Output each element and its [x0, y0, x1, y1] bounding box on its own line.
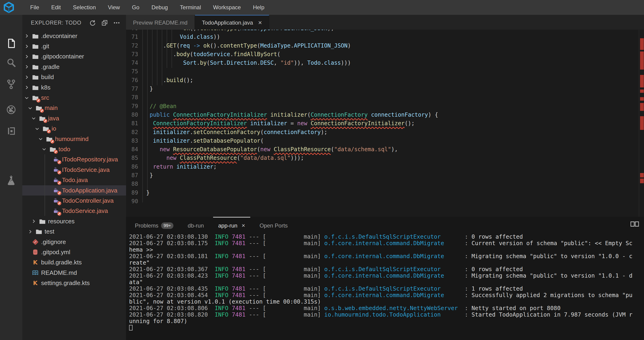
tree-item-TodoController.java[interactable]: TodoController.java	[22, 196, 126, 206]
tree-item-label: .git	[41, 43, 49, 50]
terminal-segment: io.humourmind.todo.TodoApplication	[324, 311, 441, 318]
tree-item-ITodoService.java[interactable]: ITodoService.java	[22, 165, 126, 175]
code-token: ().	[210, 42, 220, 49]
tree-item-README.md[interactable]: README.md	[22, 268, 126, 278]
tree-item-main[interactable]: main	[22, 103, 126, 113]
tree-item-humourmind[interactable]: humourmind	[22, 134, 126, 144]
terminal-segment: --- [ main]	[246, 272, 324, 279]
more-actions-icon[interactable]	[113, 19, 120, 26]
tree-item-src[interactable]: src	[22, 92, 126, 103]
chevron-spacer	[24, 249, 32, 255]
terminal-line: 2021-06-27 02:03:08.367 INFO 7481 --- [ …	[126, 266, 644, 273]
plugins-icon[interactable]	[6, 126, 16, 136]
terminal-segment: 2021-06-27 02:03:08.454	[129, 292, 215, 299]
tree-item-Todo.java[interactable]: Todo.java	[22, 175, 126, 185]
terminal-line: 2021-06-27 02:03:08.454 INFO 7481 --- [ …	[126, 292, 644, 299]
tree-item-resources[interactable]: resources	[22, 216, 126, 226]
code-token: );	[320, 129, 327, 135]
gitpod-cube-logo[interactable]	[3, 2, 14, 13]
terminal-segment: 0 rows affected	[472, 266, 523, 273]
debug-disabled-icon[interactable]	[6, 104, 16, 115]
close-tab-icon[interactable]: ×	[258, 19, 262, 26]
code-token: (	[257, 146, 260, 153]
code-line-81: 81 ConnectionFactoryInitializer initiali…	[126, 119, 644, 128]
tree-item-k8s[interactable]: k8s	[22, 82, 126, 92]
terminal-line: blic", now at version v1.0.1 (execution …	[126, 299, 644, 305]
refresh-icon[interactable]	[89, 19, 96, 26]
menu-item-debug[interactable]: Debug	[145, 0, 174, 15]
terminal-line: ata"	[126, 279, 644, 286]
menu-item-go[interactable]: Go	[126, 0, 145, 15]
tree-item-TodoService.java[interactable]: TodoService.java	[22, 206, 126, 216]
terminal-segment: --- [ main]	[246, 234, 324, 240]
terminal-line: 2021-06-27 02:03:08.423 INFO 7481 --- [ …	[126, 273, 644, 279]
tree-item-todo[interactable]: todo	[22, 144, 126, 154]
menu-item-edit[interactable]: Edit	[45, 0, 67, 15]
editor-tab-TodoApplication.java[interactable]: TodoApplication.java×	[195, 15, 270, 30]
tree-item-TodoApplication.java[interactable]: TodoApplication.java	[22, 185, 126, 196]
menu-item-workspace[interactable]: Workspace	[207, 0, 247, 15]
tree-item-.devcontainer[interactable]: .devcontainer	[22, 31, 126, 41]
tree-item-.gradle[interactable]: .gradle	[22, 62, 126, 72]
tree-item-build.gradle.kts[interactable]: Kbuild.gradle.kts	[22, 257, 126, 268]
activity-bar	[0, 15, 22, 340]
code-editor[interactable]: 70 ok().contentType(MediaType.APPLICATIO…	[126, 30, 644, 217]
code-token: .	[146, 51, 176, 57]
explorer-icon[interactable]	[6, 38, 16, 49]
editor-tab-Preview README.md[interactable]: Preview README.md	[126, 15, 195, 30]
tree-item-.git[interactable]: .git	[22, 41, 126, 51]
error-ruler-mark	[640, 38, 644, 50]
split-panel-icon[interactable]	[630, 222, 639, 228]
source-control-icon[interactable]	[6, 79, 16, 89]
folder-icon	[36, 105, 42, 111]
tree-item-ITodoRepository.java[interactable]: ITodoRepository.java	[22, 154, 126, 165]
code-token: ->	[193, 42, 200, 49]
code-line-84: 84 new ResourceDatabasePopulator(new Cla…	[126, 145, 644, 154]
terminal-output[interactable]: 2021-06-27 02:03:08.130 INFO 7481 --- [ …	[126, 234, 644, 340]
tree-indent-guide	[44, 154, 45, 216]
tree-item-build[interactable]: build	[22, 72, 126, 82]
close-panel-tab-icon[interactable]: ×	[242, 222, 245, 229]
code-token: todoService	[193, 51, 230, 57]
folder-icon	[39, 115, 46, 121]
tree-item-java[interactable]: java	[22, 113, 126, 123]
menu-item-view[interactable]: View	[102, 0, 126, 15]
terminal-cursor	[129, 325, 132, 331]
tree-item-.gitignore[interactable]: .gitignore	[22, 237, 126, 247]
terminal-segment: INFO	[215, 234, 228, 240]
terminal-segment: :	[444, 292, 472, 299]
code-token: public	[150, 112, 170, 118]
chevron-spacer	[45, 187, 53, 193]
menu-item-help[interactable]: Help	[247, 0, 270, 15]
terminal-segment: 7481	[232, 311, 246, 318]
tree-item-label: build	[41, 73, 54, 81]
tree-item-settings.gradle.kts[interactable]: Ksettings.gradle.kts	[22, 278, 126, 288]
panel-tab-Open Ports[interactable]: Open Ports	[254, 217, 293, 234]
code-token	[146, 146, 160, 153]
test-flask-icon[interactable]	[6, 175, 16, 186]
code-token: ClassPathResource	[274, 146, 331, 153]
code-token	[146, 112, 150, 118]
panel-tab-app-run[interactable]: app-run×	[213, 217, 250, 234]
chevron-icon	[24, 64, 32, 70]
search-icon[interactable]	[6, 57, 16, 68]
tree-item-.gitpodcontainer[interactable]: .gitpodcontainer	[22, 51, 126, 62]
code-token: .	[320, 60, 324, 66]
tree-item-io[interactable]: io	[22, 124, 126, 134]
tree-item-.gitpod.yml[interactable]: .gitpod.yml	[22, 247, 126, 257]
terminal-segment: INFO	[215, 292, 228, 299]
code-token: return	[153, 164, 173, 170]
panel-tab-Problems[interactable]: Problems99+	[130, 217, 178, 234]
menu-item-terminal[interactable]: Terminal	[174, 0, 207, 15]
overview-ruler-scrollbar[interactable]	[639, 30, 644, 217]
error-ruler-mark	[640, 173, 644, 177]
collapse-all-icon[interactable]	[101, 19, 108, 26]
terminal-segment: --- [ main]	[246, 311, 324, 318]
panel-tab-db-run[interactable]: db-run	[183, 217, 209, 234]
chevron-icon	[24, 74, 32, 80]
code-line-70: 70 ok().contentType(MediaType.APPLICATIO…	[126, 30, 644, 33]
editor-area: Preview README.mdTodoApplication.java× 7…	[126, 15, 644, 340]
tree-item-test[interactable]: test	[22, 226, 126, 237]
menu-item-selection[interactable]: Selection	[67, 0, 102, 15]
menu-item-file[interactable]: File	[24, 0, 45, 15]
